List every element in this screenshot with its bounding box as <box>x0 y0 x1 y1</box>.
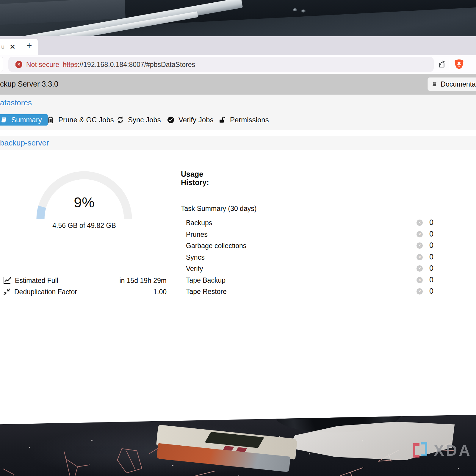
app-title: ckup Server 3.3.0 <box>0 80 58 88</box>
task-count: 0 <box>429 287 433 295</box>
toolbar-edge <box>0 57 3 72</box>
task-count: 0 <box>429 264 433 273</box>
task-row-tape-restore: Tape Restore 0 <box>186 286 433 298</box>
not-secure-icon[interactable] <box>15 61 22 68</box>
task-count: 0 <box>429 218 433 227</box>
task-count: 0 <box>429 230 433 238</box>
tab-label: Summary <box>11 116 42 124</box>
task-label: Garbage collections <box>186 242 246 250</box>
task-row-garbage-collections: Garbage collections 0 <box>186 240 433 252</box>
address-bar[interactable]: Not secure https://192.168.0.184:8007/#p… <box>8 57 434 72</box>
task-row-verify: Verify 0 <box>186 263 433 275</box>
usage-history-title: Usage History: <box>181 170 223 187</box>
url-text[interactable]: https://192.168.0.184:8007/#pbsDataStore… <box>63 61 195 69</box>
usage-detail: 4.56 GB of 49.82 GB <box>24 222 145 230</box>
share-icon[interactable] <box>437 60 446 69</box>
task-row-tape-backup: Tape Backup 0 <box>186 275 433 286</box>
task-label: Prunes <box>186 231 208 239</box>
estimated-full-value: in 15d 19h 29m <box>119 277 167 285</box>
estimated-full-label: Estimated Full <box>15 277 58 285</box>
close-icon[interactable]: ✕ <box>8 42 17 52</box>
documentation-label: Documentation <box>441 80 476 88</box>
book-icon <box>432 80 437 88</box>
summary-panel: 9% 4.56 GB of 49.82 GB Estimated Full in… <box>0 150 476 310</box>
desk-photo-bottom <box>0 414 476 476</box>
unlock-icon <box>219 116 226 123</box>
circle-x-icon <box>416 220 423 226</box>
xda-logo-icon <box>413 442 430 459</box>
photo-decoration <box>301 10 306 12</box>
screenshot-root: u ✕ + Not secure https://192.168.0.184:8… <box>0 0 476 476</box>
task-row-prunes: Prunes 0 <box>186 229 433 241</box>
url-scheme: https <box>63 61 78 68</box>
circle-x-icon <box>416 288 423 295</box>
usage-percent: 9% <box>33 194 136 211</box>
task-label: Backups <box>186 219 212 227</box>
tab-label: Permissions <box>230 116 269 124</box>
tab-sync-jobs[interactable]: Sync Jobs <box>117 114 161 126</box>
tab-prune-gc-jobs[interactable]: Prune & GC Jobs <box>47 114 114 126</box>
estimated-full-row: Estimated Full in 15d 19h 29m <box>3 275 167 286</box>
task-count: 0 <box>429 241 433 250</box>
circle-x-icon <box>416 231 423 237</box>
datastore-tab-bar: Summary Prune & GC Jobs Sync Jobs <box>0 111 476 130</box>
task-row-syncs: Syncs 0 <box>186 252 433 264</box>
circle-x-icon <box>416 265 423 272</box>
xda-logo-text: XDA <box>434 441 472 459</box>
tab-title: u <box>1 43 4 50</box>
datastore-name[interactable]: backup-server <box>0 138 49 148</box>
sync-icon <box>117 116 124 123</box>
url-rest: ://192.168.0.184:8007/#pbsDataStores <box>78 61 195 68</box>
datastores-link[interactable]: atastores <box>0 98 32 107</box>
circle-x-icon <box>416 277 423 283</box>
brave-shield-icon[interactable] <box>454 59 464 70</box>
check-circle-icon <box>167 116 174 123</box>
app-header: ckup Server 3.3.0 Documentation <box>0 74 476 95</box>
notes-icon <box>1 117 7 123</box>
task-label: Syncs <box>186 253 205 262</box>
task-count: 0 <box>429 275 433 284</box>
task-label: Tape Restore <box>186 288 227 296</box>
new-tab-button[interactable]: + <box>24 40 35 51</box>
usage-history-divider <box>225 195 475 195</box>
tab-label: Sync Jobs <box>128 116 161 124</box>
task-label: Verify <box>186 265 203 273</box>
circle-x-icon <box>416 242 423 249</box>
task-row-backups: Backups 0 <box>186 217 433 229</box>
desk-photo-top <box>0 0 476 36</box>
dedup-factor-value: 1.00 <box>153 288 167 296</box>
task-summary-title: Task Summary (30 days) <box>181 205 256 213</box>
xda-watermark: XDA <box>413 441 472 459</box>
tab-label: Verify Jobs <box>178 116 213 124</box>
tab-summary[interactable]: Summary <box>0 114 48 126</box>
task-label: Tape Backup <box>186 276 226 284</box>
compress-arrows-icon <box>3 288 11 295</box>
toolbar-separator <box>450 60 450 70</box>
circle-x-icon <box>416 254 423 260</box>
dedup-factor-row: Deduplication Factor 1.00 <box>3 287 167 297</box>
dedup-factor-label: Deduplication Factor <box>14 288 77 296</box>
tab-verify-jobs[interactable]: Verify Jobs <box>167 114 213 126</box>
documentation-button[interactable]: Documentation <box>428 77 476 91</box>
tab-label: Prune & GC Jobs <box>58 116 114 124</box>
task-count: 0 <box>429 253 433 261</box>
trash-icon <box>47 116 54 124</box>
breadcrumb: atastores <box>0 95 476 111</box>
browser-toolbar: Not secure https://192.168.0.184:8007/#p… <box>0 55 476 74</box>
browser-tab-strip: u ✕ + <box>0 36 476 55</box>
photo-decoration <box>293 8 297 11</box>
tab-permissions[interactable]: Permissions <box>219 114 269 126</box>
not-secure-label[interactable]: Not secure <box>26 61 59 69</box>
datastore-row: backup-server <box>0 136 476 150</box>
chart-line-icon <box>3 277 11 284</box>
task-summary-list: Backups 0 Prunes 0 Garbage collections 0… <box>186 217 433 298</box>
